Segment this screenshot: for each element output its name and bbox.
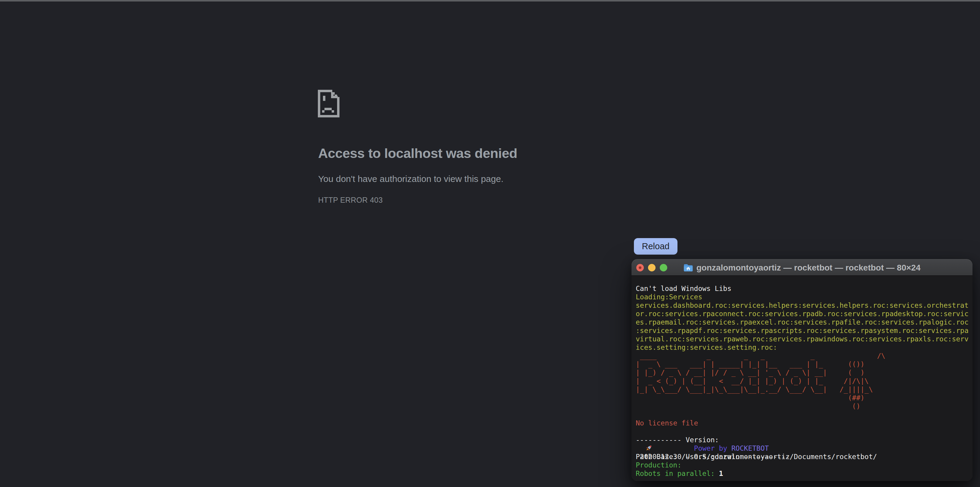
error-message: You don't have authorization to view thi…: [318, 174, 649, 184]
terminal-line: |_| \_\___/ \___|_|\_\___|\__|_.__/ \___…: [636, 385, 972, 393]
terminal-text: ----------- Version:: [636, 436, 723, 444]
terminal-line: :services.rpapdf.roc:services.rpascripts…: [636, 326, 972, 335]
close-button[interactable]: [636, 264, 644, 271]
window-controls: [636, 264, 667, 271]
terminal-body[interactable]: Can't load Windows LibsLoading:Servicess…: [632, 276, 972, 481]
terminal-line: No license file: [636, 419, 972, 427]
terminal-line: (): [636, 402, 972, 411]
browser-toolbar-edge: [0, 0, 980, 2]
terminal-text: 1: [719, 470, 723, 477]
terminal-text: (##): [636, 394, 865, 402]
terminal-line: [636, 427, 972, 436]
terminal-text: Power by: [636, 444, 732, 452]
terminal-text: Can't load Windows Libs: [636, 285, 732, 292]
terminal-window[interactable]: gonzalomontoyaortiz — rocketbot — rocket…: [632, 259, 972, 481]
error-code: HTTP ERROR 403: [318, 196, 383, 205]
terminal-titlebar[interactable]: gonzalomontoyaortiz — rocketbot — rocket…: [632, 259, 972, 276]
home-folder-icon: [684, 264, 693, 272]
terminal-text: ices.setting:services.setting.roc:: [636, 343, 777, 351]
terminal-line: | |_) / _ \ / __| |/ / _ \ __| '_ \ / _ …: [636, 368, 972, 377]
terminal-line: ____ _ _ _ _ /\: [636, 352, 972, 360]
terminal-text: | |_) / _ \ / __| |/ / _ \ __| '_ \ / _ …: [636, 369, 865, 376]
terminal-text: |_| \_\___/ \___|_|\_\___|\__|_.__/ \___…: [636, 385, 873, 393]
terminal-text: services.dashboard.roc:services.helpers:…: [636, 301, 969, 309]
terminal-text: Path Base: /Users/gonzalomontoyaortiz/Do…: [636, 453, 877, 461]
terminal-line: Loading:Services: [636, 293, 972, 301]
error-title: Access to localhost was denied: [318, 146, 649, 161]
zoom-button[interactable]: [660, 264, 667, 271]
terminal-text: (): [636, 402, 861, 410]
terminal-line: services.dashboard.roc:services.helpers:…: [636, 301, 972, 309]
terminal-line: es.rpaemail.roc:services.rpaexcel.roc:se…: [636, 318, 972, 326]
terminal-line: ----------- Version: 2020.12.30 - O.S.:d…: [636, 436, 972, 444]
minimize-button[interactable]: [648, 264, 655, 271]
terminal-line: or.roc:services.rpaconnect.roc:services.…: [636, 309, 972, 318]
terminal-text: Loading:Services: [636, 293, 702, 301]
terminal-line: | _ \ ___ ___| | _____| |_| |__ ___ | |_…: [636, 360, 972, 368]
terminal-line: Robots in parallel: 1: [636, 469, 972, 478]
terminal-line: Production:: [636, 461, 972, 469]
terminal-text: | _ \ ___ ___| | _____| |_| |__ ___ | |_…: [636, 360, 865, 368]
terminal-text: ____ _ _ _ _ /\: [636, 352, 885, 360]
reload-button[interactable]: Reload: [634, 238, 678, 255]
unsaved-dot: [639, 267, 641, 269]
terminal-text: or.roc:services.rpaconnect.roc:services.…: [636, 310, 969, 318]
terminal-line: virtual.roc:services.rpaweb.roc:services…: [636, 335, 972, 343]
terminal-text: :services.rpapdf.roc:services.rpascripts…: [636, 327, 969, 335]
terminal-title: gonzalomontoyaortiz — rocketbot — rocket…: [684, 259, 921, 276]
terminal-text: es.rpaemail.roc:services.rpaexcel.roc:se…: [636, 318, 969, 326]
terminal-line: (##): [636, 393, 972, 402]
terminal-text: | _ < (_) | (__| < __/ |_| |_) | (_) | |…: [636, 377, 869, 385]
terminal-line: Can't load Windows Libs: [636, 284, 972, 293]
terminal-text: ROCKETBOT: [732, 444, 769, 452]
terminal-line: [636, 411, 972, 419]
terminal-line: | _ < (_) | (__| < __/ |_| |_) | (_) | |…: [636, 377, 972, 385]
error-page: Access to localhost was denied You don't…: [318, 90, 678, 117]
terminal-text: Robots in parallel:: [636, 470, 719, 477]
terminal-text: virtual.roc:services.rpaweb.roc:services…: [636, 335, 969, 343]
terminal-title-text: gonzalomontoyaortiz — rocketbot — rocket…: [697, 263, 921, 273]
terminal-text: No license file: [636, 419, 698, 427]
terminal-line: ices.setting:services.setting.roc:: [636, 343, 972, 352]
terminal-text: Production:: [636, 461, 681, 469]
sad-file-icon: [318, 90, 339, 117]
terminal-line: Power by ROCKETBOT: [636, 444, 972, 452]
terminal-line: Path Base: /Users/gonzalomontoyaortiz/Do…: [636, 452, 972, 461]
